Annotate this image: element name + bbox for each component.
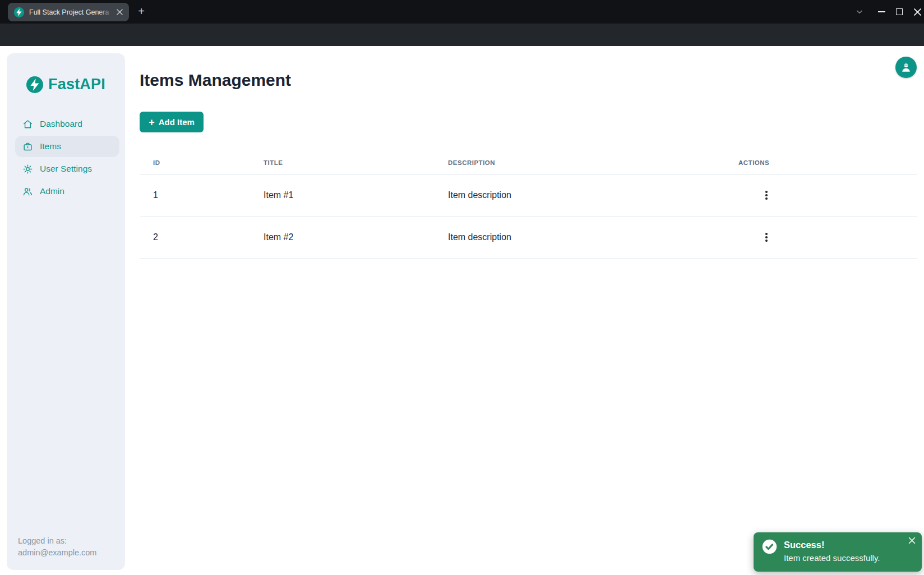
cell-description: Item description — [435, 190, 725, 200]
window-close-button[interactable] — [911, 5, 924, 19]
user-icon — [900, 61, 912, 73]
window-maximize-button[interactable] — [893, 5, 906, 19]
tab-close-icon[interactable] — [114, 7, 124, 17]
sidebar-item-items[interactable]: Items — [15, 136, 119, 157]
table-row: 1 Item #1 Item description — [140, 174, 917, 217]
window-minimize-button[interactable] — [875, 5, 888, 19]
check-circle-icon — [761, 539, 778, 555]
page-title: Items Management — [140, 71, 291, 90]
gear-icon — [22, 164, 33, 174]
sidebar-item-label: User Settings — [40, 164, 92, 174]
app-page: FastAPI Dashboard Items User Settings — [0, 46, 924, 575]
sidebar-item-admin[interactable]: Admin — [15, 181, 119, 202]
home-icon — [22, 119, 33, 130]
briefcase-icon — [22, 141, 33, 152]
column-header-actions: ACTIONS — [725, 159, 917, 166]
app-logo: FastAPI — [7, 76, 125, 93]
sidebar-item-user-settings[interactable]: User Settings — [15, 158, 119, 180]
tab-title-fade — [98, 8, 114, 16]
fastapi-favicon-icon — [13, 7, 25, 18]
sidebar-item-label: Admin — [40, 186, 64, 196]
fastapi-logo-icon — [26, 76, 43, 93]
toast-message: Item created successfully. — [784, 551, 880, 565]
user-avatar-button[interactable] — [895, 57, 917, 78]
row-actions-kebab-icon[interactable] — [760, 188, 773, 203]
cell-description: Item description — [435, 232, 725, 242]
cell-id: 2 — [140, 232, 250, 242]
cell-title: Item #2 — [250, 232, 435, 242]
users-icon — [22, 186, 33, 197]
column-header-description: DESCRIPTION — [435, 159, 725, 166]
plus-icon: + — [149, 117, 155, 127]
browser-tab-bar: Full Stack Project Genera + — [0, 0, 924, 24]
new-tab-button[interactable]: + — [135, 5, 148, 19]
tab-title: Full Stack Project Genera — [29, 8, 114, 16]
cell-id: 1 — [140, 190, 250, 200]
logged-in-info: Logged in as: admin@example.com — [18, 535, 96, 559]
cell-title: Item #1 — [250, 190, 435, 200]
app-logo-text: FastAPI — [48, 76, 105, 93]
sidebar-item-dashboard[interactable]: Dashboard — [15, 113, 119, 135]
sidebar-item-label: Items — [40, 141, 61, 151]
add-item-button[interactable]: + Add Item — [140, 112, 204, 132]
row-actions-kebab-icon[interactable] — [760, 230, 773, 245]
table-row: 2 Item #2 Item description — [140, 217, 917, 259]
window-menu-chevron-icon[interactable] — [853, 5, 866, 19]
add-item-label: Add Item — [159, 117, 195, 127]
sidebar-item-label: Dashboard — [40, 119, 82, 129]
browser-tab[interactable]: Full Stack Project Genera — [8, 3, 129, 21]
toast-title: Success! — [784, 539, 880, 551]
logged-in-label: Logged in as: — [18, 535, 96, 547]
sidebar: FastAPI Dashboard Items User Settings — [7, 53, 125, 570]
logged-in-email: admin@example.com — [18, 547, 96, 559]
sidebar-nav: Dashboard Items User Settings Admin — [7, 113, 125, 202]
table-header-row: ID TITLE DESCRIPTION ACTIONS — [140, 151, 917, 174]
column-header-title: TITLE — [250, 159, 435, 166]
success-toast: Success! Item created successfully. — [754, 532, 922, 572]
toast-close-icon[interactable] — [907, 535, 917, 545]
browser-toolbar: i localhost/items — [0, 24, 924, 46]
column-header-id: ID — [140, 159, 250, 166]
items-table: ID TITLE DESCRIPTION ACTIONS 1 Item #1 I… — [140, 151, 917, 259]
